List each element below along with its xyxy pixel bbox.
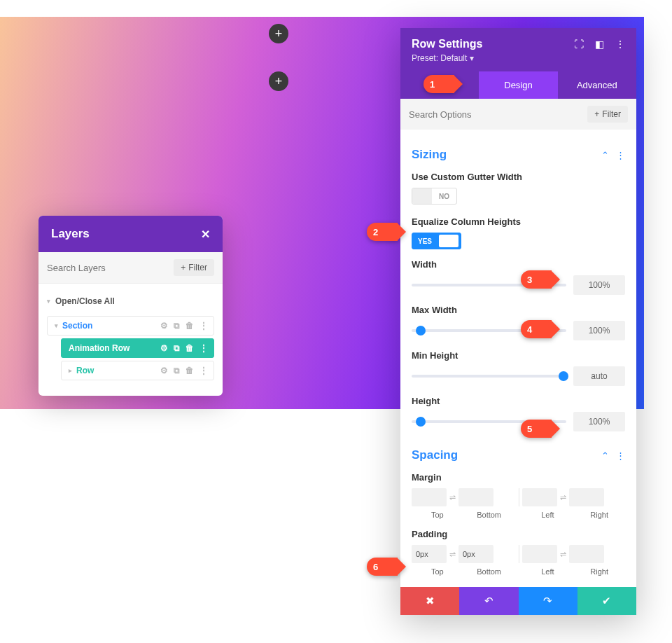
more-icon[interactable]: ⋮ [616, 450, 625, 461]
callout-5: 5 [521, 420, 552, 438]
margin-right-input[interactable] [569, 488, 604, 506]
layer-label: Animation Row [69, 343, 160, 353]
equalize-heights-label: Equalize Column Heights [412, 216, 625, 227]
sizing-section-head[interactable]: Sizing ⌃ ⋮ [412, 148, 625, 162]
preset-selector[interactable]: Preset: Default ▾ [412, 53, 625, 63]
width-label: Width [412, 259, 625, 270]
link-icon[interactable]: ⇌ [560, 550, 566, 559]
label-left: Left [522, 511, 574, 519]
settings-body: Sizing ⌃ ⋮ Use Custom Gutter Width NO Eq… [400, 130, 636, 587]
dock-icon[interactable]: ◧ [595, 39, 604, 50]
duplicate-icon[interactable]: ⧉ [174, 343, 180, 353]
label-right: Right [573, 511, 625, 519]
open-close-all-toggle[interactable]: Open/Close All [47, 291, 214, 313]
label-left: Left [522, 567, 574, 576]
equalize-heights-toggle[interactable]: YES [412, 233, 461, 249]
more-icon[interactable]: ⋮ [200, 366, 208, 375]
add-row-button[interactable]: + [269, 71, 288, 91]
padding-label: Padding [412, 529, 625, 539]
chevron-up-icon[interactable]: ⌃ [601, 150, 609, 160]
maxwidth-input[interactable] [573, 321, 625, 340]
padding-top-input[interactable] [412, 545, 447, 563]
minheight-input[interactable] [573, 366, 625, 386]
chevron-up-icon[interactable]: ⌃ [601, 450, 609, 461]
label-bottom: Bottom [463, 567, 515, 576]
callout-1: 1 [424, 75, 454, 93]
redo-button[interactable]: ↷ [519, 587, 578, 615]
callout-6: 6 [367, 558, 398, 576]
link-icon[interactable]: ⇌ [449, 550, 456, 559]
gear-icon[interactable]: ⚙ [160, 321, 168, 331]
chevron-down-icon: ▾ [55, 322, 58, 329]
add-section-button[interactable]: + [269, 24, 288, 43]
save-button[interactable]: ✔ [578, 587, 636, 615]
callout-3: 3 [521, 270, 552, 289]
margin-label: Margin [412, 472, 625, 483]
maxwidth-label: Max Width [412, 305, 625, 315]
settings-bottom-bar: ✖ ↶ ↷ ✔ [400, 587, 636, 615]
layers-search-input[interactable] [47, 263, 168, 273]
settings-search-input[interactable] [409, 109, 582, 120]
padding-left-input[interactable] [522, 545, 557, 563]
layers-filter-button[interactable]: +Filter [174, 259, 214, 276]
row-settings-panel: Row Settings ⛶ ◧ ⋮ Preset: Default ▾ Con… [400, 28, 636, 615]
spacing-section-head[interactable]: Spacing ⌃ ⋮ [412, 448, 625, 462]
expand-icon[interactable]: ⛶ [574, 39, 584, 50]
layer-item-row[interactable]: ▸ Row ⚙ ⧉ 🗑 ⋮ [61, 361, 214, 380]
layers-body: Open/Close All ▾ Section ⚙ ⧉ 🗑 ⋮ Animati… [38, 284, 223, 396]
spacing-heading: Spacing [412, 448, 458, 462]
toggle-knob [412, 188, 432, 204]
label-top: Top [412, 567, 463, 576]
padding-right-input[interactable] [569, 545, 604, 563]
more-icon[interactable]: ⋮ [616, 150, 625, 160]
padding-bottom-input[interactable] [458, 545, 493, 563]
layers-panel: Layers ✕ +Filter Open/Close All ▾ Sectio… [38, 216, 223, 396]
layer-item-animation-row[interactable]: Animation Row ⚙ ⧉ 🗑 ⋮ [61, 338, 214, 358]
duplicate-icon[interactable]: ⧉ [174, 366, 180, 375]
toggle-knob [439, 235, 458, 247]
trash-icon[interactable]: 🗑 [186, 366, 194, 375]
close-icon[interactable]: ✕ [201, 228, 210, 241]
margin-bottom-input[interactable] [458, 488, 493, 506]
margin-left-input[interactable] [522, 488, 557, 506]
width-input[interactable] [573, 275, 625, 295]
height-input[interactable] [573, 412, 625, 431]
gutter-width-label: Use Custom Gutter Width [412, 172, 625, 182]
settings-search-row: +Filter [400, 99, 636, 130]
chevron-right-icon: ▸ [69, 367, 72, 374]
undo-button[interactable]: ↶ [459, 587, 518, 615]
layers-search-row: +Filter [38, 252, 223, 284]
layers-header: Layers ✕ [38, 216, 223, 252]
cancel-button[interactable]: ✖ [400, 587, 459, 615]
more-icon[interactable]: ⋮ [615, 39, 625, 50]
more-icon[interactable]: ⋮ [200, 321, 208, 331]
label-bottom: Bottom [463, 511, 515, 519]
trash-icon[interactable]: 🗑 [186, 343, 194, 353]
layer-label: Section [62, 321, 160, 331]
callout-4: 4 [521, 320, 552, 338]
trash-icon[interactable]: 🗑 [186, 321, 194, 331]
layers-title: Layers [51, 227, 90, 241]
gear-icon[interactable]: ⚙ [160, 366, 168, 375]
layer-item-section[interactable]: ▾ Section ⚙ ⧉ 🗑 ⋮ [47, 316, 214, 336]
tab-advanced[interactable]: Advanced [558, 71, 636, 99]
settings-title: Row Settings [412, 38, 482, 50]
settings-header: Row Settings ⛶ ◧ ⋮ Preset: Default ▾ [400, 28, 636, 71]
gutter-width-toggle[interactable]: NO [412, 188, 457, 205]
label-right: Right [573, 567, 625, 576]
duplicate-icon[interactable]: ⧉ [174, 321, 180, 331]
settings-filter-button[interactable]: +Filter [587, 106, 628, 123]
sizing-heading: Sizing [412, 148, 447, 162]
minheight-slider[interactable] [412, 375, 566, 378]
link-icon[interactable]: ⇌ [560, 493, 566, 502]
callout-2: 2 [367, 223, 398, 241]
label-top: Top [412, 511, 463, 519]
margin-top-input[interactable] [412, 488, 447, 506]
more-icon[interactable]: ⋮ [200, 343, 208, 353]
gear-icon[interactable]: ⚙ [160, 343, 168, 353]
tab-design[interactable]: Design [479, 71, 557, 99]
height-label: Height [412, 396, 625, 406]
minheight-label: Min Height [412, 350, 625, 361]
link-icon[interactable]: ⇌ [449, 493, 456, 502]
padding-inputs: ⇌ ⇌ [412, 545, 625, 563]
